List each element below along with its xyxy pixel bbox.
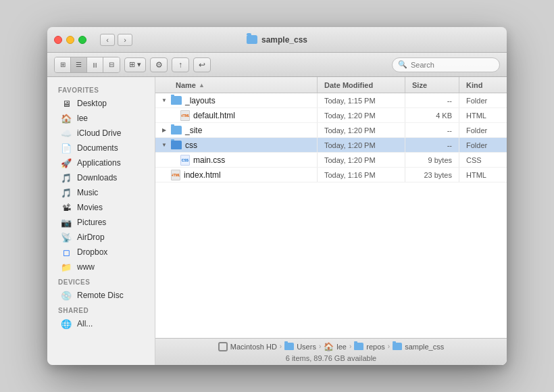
- devices-section-label: Devices: [47, 274, 155, 288]
- file-kind-cell: HTML: [459, 108, 507, 122]
- file-name: css: [185, 141, 197, 150]
- breadcrumb-label-sample-css: sample_css: [405, 343, 444, 351]
- file-date-cell: Today, 1:20 PM: [318, 138, 405, 152]
- file-date-cell: Today, 1:20 PM: [318, 108, 405, 122]
- table-row[interactable]: HTML default.html Today, 1:20 PM 4 KB HT…: [155, 108, 507, 123]
- col-size-header[interactable]: Size: [405, 77, 459, 93]
- table-row[interactable]: _layouts Today, 1:15 PM -- Folder: [155, 93, 507, 108]
- dropbox-icon: ◻: [61, 247, 72, 258]
- breadcrumb-item-users[interactable]: Users: [284, 343, 316, 351]
- breadcrumb-label-lee: lee: [336, 343, 347, 351]
- breadcrumb-item-lee[interactable]: 🏠 lee: [324, 342, 347, 351]
- minimize-button[interactable]: [66, 36, 74, 44]
- hd-icon: [218, 342, 228, 351]
- search-input[interactable]: [411, 61, 494, 69]
- finder-window: ‹ › sample_css ⊞ ☰ ⫼ ⊟ ⊞ ▾ ⚙ ↑ ↩ 🔍: [47, 27, 507, 365]
- html-icon: HTML: [180, 110, 190, 121]
- music-icon: 🎵: [61, 187, 72, 198]
- sidebar-label-icloud: iCloud Drive: [77, 128, 121, 138]
- col-name-header[interactable]: Name ▲: [155, 77, 318, 93]
- documents-icon: 📄: [61, 143, 72, 153]
- sidebar-item-applications[interactable]: 🚀 Applications: [50, 155, 152, 170]
- sidebar-item-lee[interactable]: 🏠 lee: [50, 111, 152, 126]
- toolbar: ⊞ ☰ ⫼ ⊟ ⊞ ▾ ⚙ ↑ ↩ 🔍: [47, 53, 507, 77]
- table-row[interactable]: _site Today, 1:20 PM -- Folder: [155, 123, 507, 138]
- home-icon: 🏠: [61, 113, 72, 124]
- back-button[interactable]: ‹: [100, 34, 115, 46]
- table-row[interactable]: HTML index.html Today, 1:16 PM 23 bytes …: [155, 168, 507, 182]
- breadcrumb-folder-icon: [354, 343, 363, 350]
- sidebar-item-all[interactable]: 🌐 All...: [50, 316, 152, 331]
- sidebar-item-music[interactable]: 🎵 Music: [50, 185, 152, 200]
- sidebar-label-documents: Documents: [77, 143, 118, 153]
- window-title: sample_css: [261, 35, 307, 45]
- col-date-header[interactable]: Date Modified: [318, 77, 405, 93]
- breadcrumb: Macintosh HD › Users › 🏠 lee ›: [218, 342, 444, 351]
- file-name: _layouts: [185, 96, 216, 105]
- maximize-button[interactable]: [78, 36, 86, 44]
- file-size-cell: 23 bytes: [405, 168, 459, 182]
- col-date-label: Date Modified: [324, 81, 373, 89]
- file-kind-cell: HTML: [459, 168, 507, 182]
- sidebar-item-icloud[interactable]: ☁️ iCloud Drive: [50, 126, 152, 141]
- gallery-view-button[interactable]: ⊟: [103, 57, 120, 72]
- status-bar-inner: Macintosh HD › Users › 🏠 lee ›: [218, 342, 444, 362]
- sidebar-item-airdrop[interactable]: 📡 AirDrop: [50, 230, 152, 245]
- file-date-cell: Today, 1:16 PM: [318, 168, 405, 182]
- breadcrumb-label-users: Users: [297, 343, 316, 351]
- column-view-button[interactable]: ⫼: [87, 57, 103, 72]
- breadcrumb-label-repos: repos: [366, 343, 385, 351]
- sidebar-label-desktop: Desktop: [77, 99, 107, 108]
- action-button[interactable]: ⚙: [150, 57, 168, 72]
- close-button[interactable]: [54, 36, 62, 44]
- downloads-icon: 🎵: [61, 172, 72, 183]
- disclosure-triangle[interactable]: [161, 127, 168, 134]
- file-name-cell: _layouts: [155, 93, 318, 107]
- file-name-cell: css: [155, 138, 318, 152]
- file-size-cell: 9 bytes: [405, 153, 459, 167]
- airdrop-icon: 📡: [61, 232, 72, 243]
- share-button[interactable]: ↑: [172, 57, 189, 72]
- file-size-cell: --: [405, 93, 459, 107]
- file-size-cell: 4 KB: [405, 108, 459, 122]
- arrange-button[interactable]: ⊞ ▾: [124, 57, 146, 72]
- file-name: default.html: [193, 111, 235, 120]
- search-box[interactable]: 🔍: [392, 57, 500, 72]
- disclosure-triangle[interactable]: [161, 97, 168, 104]
- icon-view-button[interactable]: ⊞: [55, 57, 71, 72]
- sidebar-item-downloads[interactable]: 🎵 Downloads: [50, 170, 152, 185]
- html-icon: HTML: [171, 170, 180, 180]
- breadcrumb-item-hd[interactable]: Macintosh HD: [218, 342, 277, 351]
- col-name-label: Name: [176, 81, 196, 89]
- table-row[interactable]: CSS main.css Today, 1:20 PM 9 bytes CSS: [155, 153, 507, 168]
- view-buttons: ⊞ ☰ ⫼ ⊟: [54, 57, 120, 73]
- sidebar-item-documents[interactable]: 📄 Documents: [50, 141, 152, 155]
- sidebar-item-desktop[interactable]: 🖥 Desktop: [50, 96, 152, 111]
- sidebar-label-all: All...: [77, 319, 93, 328]
- sidebar-item-movies[interactable]: 📽 Movies: [50, 200, 152, 215]
- sidebar-item-dropbox[interactable]: ◻ Dropbox: [50, 245, 152, 260]
- file-date-cell: Today, 1:20 PM: [318, 153, 405, 167]
- disclosure-triangle[interactable]: [161, 142, 168, 149]
- file-date-cell: Today, 1:15 PM: [318, 93, 405, 107]
- sidebar-item-pictures[interactable]: 📷 Pictures: [50, 215, 152, 230]
- user-icon: 🏠: [324, 342, 334, 351]
- sidebar-label-remote-disc: Remote Disc: [77, 291, 124, 300]
- file-size-cell: --: [405, 123, 459, 137]
- sidebar-label-www: www: [77, 262, 95, 272]
- sidebar-item-www[interactable]: 📁 www: [50, 260, 152, 274]
- breadcrumb-item-sample-css[interactable]: sample_css: [393, 343, 444, 351]
- forward-button[interactable]: ›: [118, 34, 132, 46]
- col-kind-header[interactable]: Kind: [459, 77, 507, 93]
- window-title-area: sample_css: [247, 35, 307, 45]
- col-kind-label: Kind: [466, 81, 482, 89]
- sidebar-item-remote-disc[interactable]: 💿 Remote Disc: [50, 288, 152, 303]
- edit-tags-button[interactable]: ↩: [193, 57, 211, 72]
- list-view-button[interactable]: ☰: [71, 57, 87, 72]
- folder-icon: [171, 96, 182, 105]
- css-icon: CSS: [180, 155, 190, 166]
- breadcrumb-item-repos[interactable]: repos: [354, 343, 385, 351]
- table-row[interactable]: css Today, 1:20 PM -- Folder: [155, 138, 507, 153]
- file-kind-cell: Folder: [459, 123, 507, 137]
- file-name-cell: _site: [155, 123, 318, 137]
